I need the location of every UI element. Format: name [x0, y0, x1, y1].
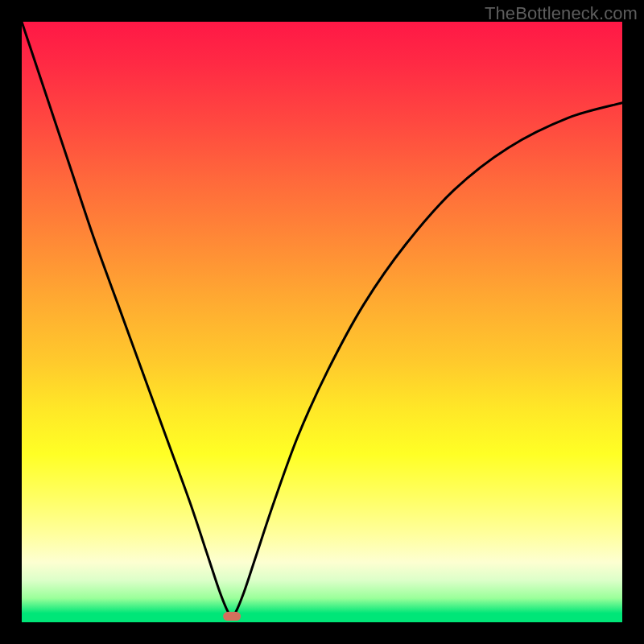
chart-frame: TheBottleneck.com: [0, 0, 644, 644]
bottleneck-curve-svg: [22, 22, 622, 622]
optimal-point-marker: [223, 612, 241, 621]
watermark-text: TheBottleneck.com: [485, 3, 638, 24]
bottleneck-curve-path: [22, 22, 622, 616]
plot-area: [22, 22, 622, 622]
